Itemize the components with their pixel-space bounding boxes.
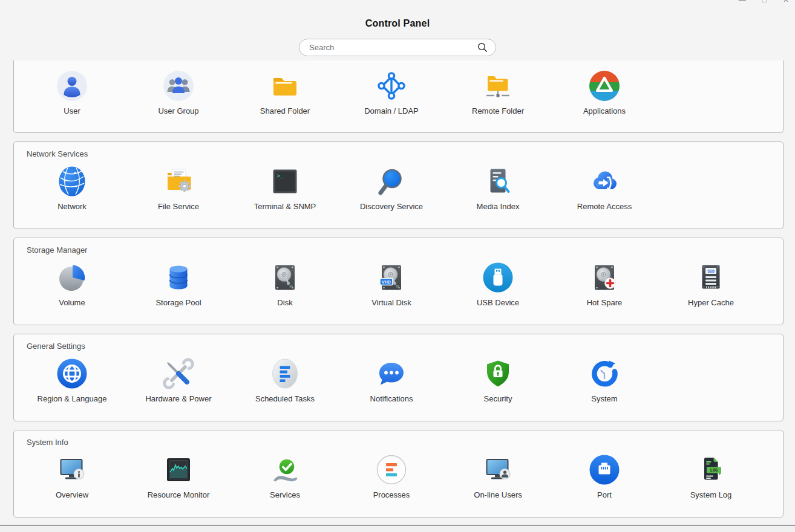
item-label: Discovery Service [360, 202, 423, 211]
minimize-button[interactable]: — [739, 0, 746, 4]
item-hardware-power[interactable]: Hardware & Power [125, 358, 232, 403]
item-network[interactable]: Network [19, 166, 125, 211]
item-label: Overview [56, 490, 88, 499]
section-title: System Info [19, 430, 783, 447]
section-items-row: Region & Language Hardware & Power Sched… [19, 351, 783, 421]
resource-monitor-icon [163, 454, 194, 485]
storage-pool-icon [163, 262, 194, 293]
item-notifications[interactable]: Notifications [338, 358, 445, 403]
overview-icon [56, 454, 88, 485]
item-resource-monitor[interactable]: Resource Monitor [125, 454, 232, 499]
item-label: Virtual Disk [371, 298, 411, 307]
item-port[interactable]: Port [551, 454, 658, 499]
item-hot-spare[interactable]: Hot Spare [551, 262, 658, 307]
item-region-language[interactable]: Region & Language [19, 358, 125, 403]
volume-icon [56, 262, 88, 293]
section-items-row: Overview Resource Monitor Services Proce… [19, 447, 783, 517]
item-services[interactable]: Services [232, 454, 338, 499]
item-label: Services [270, 490, 300, 499]
file-service-icon [163, 166, 194, 197]
item-discovery-service[interactable]: Discovery Service [338, 166, 445, 211]
item-user-group[interactable]: User Group [125, 70, 232, 115]
item-label: Hardware & Power [145, 394, 211, 403]
item-scheduled-tasks[interactable]: Scheduled Tasks [232, 358, 338, 403]
section-card: General Settings Region & Language Hardw… [13, 334, 784, 421]
item-domain-ldap[interactable]: Domain / LDAP [338, 70, 445, 115]
item-label: Applications [583, 106, 626, 115]
hardware-power-icon [163, 358, 194, 389]
services-icon [269, 454, 301, 485]
item-label: User Group [158, 106, 198, 115]
item-applications[interactable]: Applications [551, 70, 658, 115]
item-shared-folder[interactable]: Shared Folder [232, 70, 338, 115]
item-virtual-disk[interactable]: VHDVirtual Disk [338, 262, 445, 307]
item-hyper-cache[interactable]: SSD Hyper Cache [658, 262, 764, 307]
remote-folder-icon [482, 70, 514, 102]
item-label: System [591, 394, 617, 403]
item-remote-folder[interactable]: Remote Folder [445, 70, 551, 115]
virtual-disk-icon: VHD [376, 262, 407, 293]
item-online-users[interactable]: On-line Users [445, 454, 551, 499]
security-icon [482, 358, 514, 389]
section-title: Storage Manager [19, 238, 783, 255]
applications-icon [589, 70, 620, 102]
port-icon [589, 454, 620, 485]
item-label: Remote Folder [472, 106, 524, 115]
section-card: System Info Overview Resource Monitor Se… [13, 430, 784, 517]
maximize-button[interactable]: □ [762, 0, 767, 4]
user-group-icon [163, 70, 194, 102]
hot-spare-icon [589, 262, 620, 293]
search-icon[interactable] [477, 42, 488, 53]
svg-text:LOG: LOG [710, 468, 718, 473]
section-title: Network Services [19, 142, 783, 158]
item-label: Processes [373, 490, 410, 499]
search-input[interactable] [308, 42, 477, 53]
section-items-row: User User Group Shared Folder Domain / L… [19, 60, 783, 132]
online-users-icon [482, 454, 514, 485]
item-file-service[interactable]: File Service [125, 166, 232, 211]
item-overview[interactable]: Overview [19, 454, 125, 499]
item-label: Storage Pool [155, 298, 201, 307]
item-label: Security [484, 394, 512, 403]
item-usb-device[interactable]: USB Device [445, 262, 551, 307]
item-label: Shared Folder [260, 106, 310, 115]
svg-text:>_: >_ [277, 174, 284, 180]
item-label: Resource Monitor [148, 490, 210, 499]
item-security[interactable]: Security [445, 358, 551, 403]
item-media-index[interactable]: Media Index [445, 166, 551, 211]
item-disk[interactable]: Disk [232, 262, 338, 307]
item-label: Network [57, 202, 87, 211]
item-label: User [64, 106, 80, 115]
section-items-row: Volume Storage Pool Disk VHDVirtual Disk… [19, 255, 783, 325]
item-label: Hyper Cache [688, 298, 734, 307]
item-label: Scheduled Tasks [255, 394, 315, 403]
user-icon [56, 70, 88, 102]
search-box[interactable] [299, 39, 496, 56]
system-log-icon: LOG [695, 454, 727, 485]
item-terminal-snmp[interactable]: >_Terminal & SNMP [232, 166, 338, 211]
item-label: Volume [59, 298, 85, 307]
sections: User User Group Shared Folder Domain / L… [0, 60, 795, 517]
item-label: On-line Users [474, 490, 522, 499]
item-label: Port [597, 490, 612, 499]
close-button[interactable]: ✕ [783, 0, 789, 4]
item-system-log[interactable]: LOG System Log [658, 454, 764, 499]
hyper-cache-icon: SSD [695, 262, 727, 293]
item-user[interactable]: User [19, 70, 125, 115]
item-storage-pool[interactable]: Storage Pool [125, 262, 232, 307]
item-label: Disk [277, 298, 292, 307]
item-label: USB Device [477, 298, 519, 307]
discovery-service-icon [376, 166, 407, 197]
processes-icon [376, 454, 407, 485]
item-remote-access[interactable]: Remote Access [551, 166, 658, 211]
item-label: Notifications [370, 394, 413, 403]
item-volume[interactable]: Volume [19, 262, 125, 307]
item-system[interactable]: System [551, 358, 658, 403]
scheduled-tasks-icon [269, 358, 301, 389]
system-icon [589, 358, 620, 389]
item-processes[interactable]: Processes [338, 454, 445, 499]
svg-text:VHD: VHD [382, 280, 391, 284]
shared-folder-icon [269, 70, 301, 102]
domain-ldap-icon [376, 70, 407, 102]
notifications-icon [376, 358, 407, 389]
